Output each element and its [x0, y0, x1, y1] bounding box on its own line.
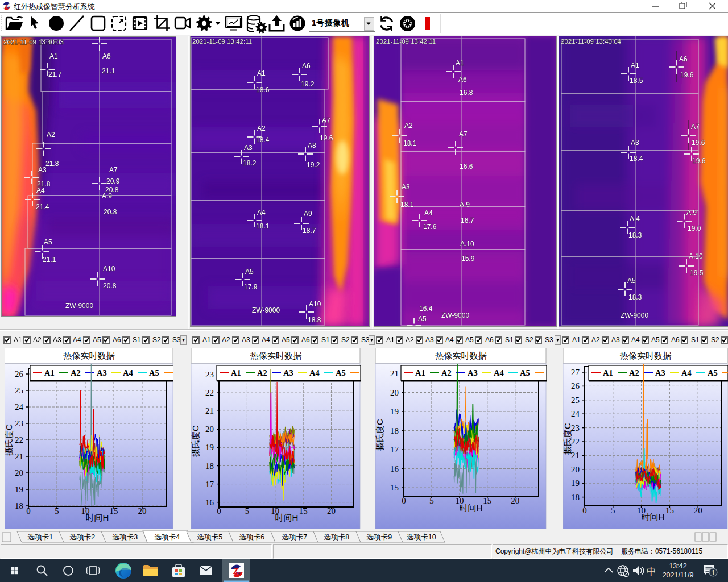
- svg-text:2021/11/9: 2021/11/9: [663, 571, 694, 579]
- svg-text:18.3: 18.3: [628, 293, 642, 301]
- svg-text:15: 15: [390, 483, 399, 492]
- svg-text:20: 20: [390, 388, 399, 397]
- svg-text:19.6: 19.6: [680, 71, 694, 79]
- svg-text:20: 20: [571, 465, 580, 474]
- svg-text:A5: A5: [245, 268, 254, 276]
- svg-text:A.10: A.10: [689, 252, 703, 260]
- svg-text:A5: A5: [708, 368, 718, 377]
- svg-text:A3: A3: [38, 166, 47, 174]
- svg-text:选项卡9: 选项卡9: [367, 533, 392, 541]
- svg-text:21: 21: [390, 369, 399, 378]
- svg-text:16: 16: [390, 464, 399, 473]
- svg-text:时间H: 时间H: [460, 503, 483, 513]
- svg-text:w: w: [237, 569, 241, 576]
- svg-text:A9: A9: [304, 210, 312, 218]
- svg-text:A1: A1: [415, 368, 425, 377]
- svg-text:A5: A5: [418, 315, 427, 323]
- svg-text:22: 22: [15, 435, 23, 444]
- svg-text:17: 17: [205, 480, 214, 489]
- svg-text:A1: A1: [44, 368, 55, 377]
- svg-text:16.7: 16.7: [461, 217, 474, 225]
- svg-text:A.4: A.4: [630, 215, 640, 223]
- svg-text:22: 22: [571, 437, 580, 446]
- svg-text:20.9: 20.9: [106, 177, 120, 185]
- svg-text:时间H: 时间H: [642, 512, 665, 522]
- svg-text:A6: A6: [458, 76, 467, 84]
- svg-text:24: 24: [571, 409, 580, 418]
- svg-text:A4: A4: [257, 209, 266, 217]
- svg-text:A1: A1: [257, 69, 266, 77]
- svg-text:A5: A5: [44, 238, 52, 246]
- svg-text:A.9: A.9: [686, 209, 697, 217]
- svg-text:A1: A1: [456, 59, 464, 67]
- svg-text:选项卡8: 选项卡8: [324, 533, 350, 541]
- svg-text:26: 26: [15, 369, 24, 379]
- svg-text:摄氏度C: 摄氏度C: [375, 419, 384, 451]
- svg-text:19.2: 19.2: [307, 161, 320, 169]
- svg-text:17.9: 17.9: [244, 283, 258, 291]
- svg-text:选项卡4: 选项卡4: [155, 533, 180, 541]
- svg-text:摄氏度C: 摄氏度C: [5, 424, 14, 456]
- svg-text:选项卡10: 选项卡10: [407, 533, 436, 541]
- svg-text:A1: A1: [231, 368, 241, 377]
- svg-text:13:42: 13:42: [669, 562, 686, 570]
- svg-text:A2: A2: [257, 368, 267, 377]
- svg-text:ZW-9000: ZW-9000: [621, 311, 648, 319]
- svg-text:A4: A4: [36, 186, 45, 194]
- svg-text:19.6: 19.6: [320, 134, 333, 142]
- svg-text:18.6: 18.6: [256, 86, 270, 94]
- svg-text:A.9: A.9: [102, 192, 112, 200]
- svg-text:23: 23: [15, 419, 23, 428]
- svg-text:A3: A3: [283, 368, 293, 377]
- svg-text:热像实时数据: 热像实时数据: [250, 351, 301, 360]
- svg-text:摄氏度C: 摄氏度C: [191, 425, 200, 457]
- svg-text:26: 26: [571, 381, 580, 390]
- svg-text:21.1: 21.1: [102, 67, 115, 75]
- svg-text:A2: A2: [47, 131, 55, 139]
- svg-text:A2: A2: [404, 122, 413, 130]
- svg-text:摄氏度C: 摄氏度C: [563, 423, 572, 455]
- svg-text:21: 21: [571, 451, 580, 460]
- svg-text:A1: A1: [631, 61, 639, 69]
- svg-text:A3: A3: [631, 139, 639, 147]
- svg-text:25: 25: [15, 386, 23, 395]
- svg-text:18.3: 18.3: [628, 231, 642, 239]
- svg-text:A5: A5: [149, 368, 159, 377]
- svg-text:ZW-9000: ZW-9000: [441, 311, 469, 319]
- svg-text:16.6: 16.6: [460, 163, 473, 171]
- svg-text:A3: A3: [244, 144, 253, 152]
- svg-text:A4: A4: [494, 368, 504, 377]
- svg-text:热像实时数据: 热像实时数据: [63, 351, 115, 360]
- svg-text:选项卡2: 选项卡2: [70, 533, 96, 541]
- svg-text:16.4: 16.4: [419, 305, 433, 313]
- svg-text:24: 24: [15, 402, 24, 411]
- svg-text:A4: A4: [309, 368, 320, 377]
- svg-text:A10: A10: [103, 265, 115, 273]
- svg-text:18: 18: [390, 426, 399, 435]
- svg-text:19: 19: [15, 485, 23, 494]
- svg-text:16: 16: [205, 498, 214, 507]
- svg-text:选项卡7: 选项卡7: [282, 533, 308, 541]
- svg-text:选项卡3: 选项卡3: [113, 533, 138, 541]
- svg-text:21.7: 21.7: [48, 70, 62, 78]
- svg-text:选项卡1: 选项卡1: [28, 533, 53, 541]
- svg-text:19.5: 19.5: [690, 269, 704, 277]
- svg-text:2021-11-09 13:40:03: 2021-11-09 13:40:03: [3, 39, 64, 45]
- svg-text:选项卡5: 选项卡5: [197, 533, 223, 541]
- svg-text:20: 20: [15, 468, 23, 477]
- svg-text:A5: A5: [336, 368, 346, 377]
- svg-text:A6: A6: [302, 62, 311, 70]
- svg-text:20.8: 20.8: [103, 282, 117, 290]
- svg-text:19: 19: [205, 443, 214, 452]
- svg-text:18.1: 18.1: [400, 201, 414, 209]
- svg-text:热像实时数据: 热像实时数据: [435, 351, 487, 360]
- svg-text:ZW-9000: ZW-9000: [252, 306, 280, 314]
- svg-text:A7: A7: [109, 166, 118, 174]
- svg-text:A3: A3: [97, 368, 107, 377]
- svg-text:时间H: 时间H: [275, 513, 299, 522]
- svg-text:A1: A1: [49, 52, 58, 60]
- svg-text:23: 23: [205, 370, 214, 379]
- svg-text:19.2: 19.2: [301, 80, 315, 88]
- svg-text:A2: A2: [71, 368, 81, 377]
- svg-text:18.1: 18.1: [403, 139, 417, 147]
